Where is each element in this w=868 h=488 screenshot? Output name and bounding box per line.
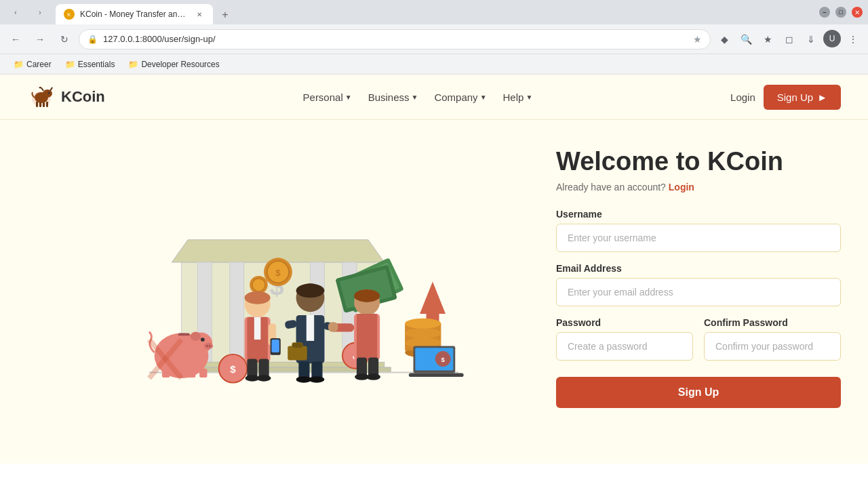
bookmark-label: Career [26, 60, 52, 69]
folder-icon: 📁 [14, 60, 24, 69]
svg-point-40 [252, 279, 265, 291]
bookmark-career[interactable]: 📁 Career [8, 58, 57, 70]
svg-rect-6 [43, 102, 45, 107]
password-row: Password Confirm Password [556, 317, 841, 371]
folder-icon: 📁 [128, 60, 138, 69]
email-group: Email Address [556, 263, 841, 306]
form-title: Welcome to KCoin [556, 147, 841, 176]
svg-point-58 [296, 283, 325, 298]
nav-help[interactable]: Help ▼ [503, 92, 533, 103]
page-content: KCoin Personal ▼ Business ▼ Company ▼ He… [0, 75, 868, 464]
signup-submit-button[interactable]: Sign Up [556, 377, 841, 408]
minimize-button[interactable]: – [819, 7, 830, 18]
arrow-right-icon: ► [817, 92, 827, 103]
form-section: Welcome to KCoin Already have an account… [556, 134, 841, 408]
logo[interactable]: KCoin [27, 83, 105, 111]
star-icon[interactable]: ★ [693, 34, 702, 45]
confirm-password-label: Confirm Password [704, 317, 841, 328]
svg-point-83 [405, 328, 441, 338]
collections-icon[interactable]: ◻ [780, 30, 799, 49]
svg-point-22 [204, 343, 213, 350]
svg-rect-25 [162, 369, 170, 378]
svg-rect-27 [188, 369, 195, 378]
address-bar[interactable]: 🔒 127.0.0.1:8000/user/sign-up/ ★ [79, 29, 711, 49]
svg-rect-75 [328, 322, 338, 331]
confirm-password-input[interactable] [704, 332, 841, 361]
browser-forward[interactable]: › [30, 2, 50, 22]
chevron-down-icon: ▼ [412, 94, 418, 101]
svg-point-46 [245, 291, 271, 304]
login-button[interactable]: Login [730, 92, 755, 103]
bookmark-essentials[interactable]: 📁 Essentials [60, 58, 121, 70]
nav-company[interactable]: Company ▼ [434, 92, 486, 103]
password-label: Password [556, 317, 693, 328]
hero-illustration: $ [27, 134, 529, 391]
svg-point-20 [191, 332, 201, 341]
svg-text:$: $ [275, 268, 281, 278]
login-link[interactable]: Login [669, 182, 694, 192]
svg-point-23 [206, 345, 208, 347]
nav-personal[interactable]: Personal ▼ [303, 92, 352, 103]
svg-rect-7 [46, 102, 48, 107]
download-icon[interactable]: ⇓ [802, 30, 821, 49]
folder-icon: 📁 [65, 60, 75, 69]
svg-point-69 [309, 376, 325, 383]
svg-point-21 [201, 338, 205, 342]
svg-point-79 [366, 373, 380, 380]
address-text: 127.0.0.1:8000/user/sign-up/ [103, 34, 688, 44]
nav-business[interactable]: Business ▼ [368, 92, 418, 103]
maximize-button[interactable]: □ [835, 7, 846, 18]
menu-icon[interactable]: ⋮ [844, 30, 863, 49]
svg-rect-52 [272, 340, 279, 352]
confirm-password-group: Confirm Password [704, 317, 841, 361]
nav-actions: Login Sign Up ► [730, 85, 841, 110]
back-button[interactable]: ← [5, 29, 26, 49]
browser-back[interactable]: ‹ [5, 2, 26, 22]
password-input[interactable] [556, 332, 693, 361]
password-group: Password [556, 317, 693, 361]
bookmark-developer[interactable]: 📁 Developer Resources [123, 58, 224, 70]
email-input[interactable] [556, 278, 841, 306]
svg-rect-73 [357, 314, 377, 360]
svg-rect-61 [307, 315, 314, 341]
svg-point-82 [405, 319, 441, 329]
favorites-icon[interactable]: ★ [758, 30, 777, 49]
navbar: KCoin Personal ▼ Business ▼ Company ▼ He… [0, 75, 868, 120]
svg-rect-28 [199, 369, 207, 378]
svg-text:$: $ [441, 356, 446, 363]
svg-rect-87 [409, 373, 464, 377]
bookmark-label: Developer Resources [141, 60, 219, 69]
bookmark-label: Essentials [78, 60, 115, 69]
logo-icon [27, 83, 56, 111]
close-button[interactable]: ✕ [852, 7, 863, 18]
email-label: Email Address [556, 263, 841, 274]
zoom-icon[interactable]: 🔍 [736, 30, 755, 49]
tab-close[interactable]: ✕ [194, 9, 205, 20]
username-group: Username [556, 209, 841, 252]
chevron-down-icon: ▼ [480, 94, 487, 101]
svg-point-56 [257, 375, 271, 382]
profile-icon[interactable]: U [823, 30, 841, 47]
tab-favicon: K [64, 9, 75, 20]
tab-title: KCoin - Money Transfer and O... [80, 9, 189, 19]
forward-button[interactable]: → [30, 29, 50, 49]
active-tab[interactable]: K KCoin - Money Transfer and O... ✕ [56, 4, 213, 24]
new-tab-button[interactable]: + [216, 5, 235, 24]
signup-nav-button[interactable]: Sign Up ► [764, 85, 841, 110]
bookmarks-bar: 📁 Career 📁 Essentials 📁 Developer Resour… [0, 54, 868, 75]
main-content: $ [0, 120, 868, 464]
logo-text: KCoin [61, 88, 105, 106]
svg-rect-5 [39, 102, 41, 107]
svg-rect-65 [292, 343, 302, 348]
refresh-button[interactable]: ↻ [54, 29, 75, 49]
chevron-down-icon: ▼ [526, 94, 532, 101]
svg-rect-4 [36, 102, 38, 107]
illustration: $ [27, 134, 529, 394]
chevron-down-icon: ▼ [345, 94, 352, 101]
svg-rect-11 [230, 262, 244, 362]
extensions-icon[interactable]: ◆ [715, 30, 734, 49]
security-icon: 🔒 [87, 35, 98, 44]
username-input[interactable] [556, 224, 841, 252]
form-subtitle: Already have an account? Login [556, 182, 841, 192]
username-label: Username [556, 209, 841, 220]
